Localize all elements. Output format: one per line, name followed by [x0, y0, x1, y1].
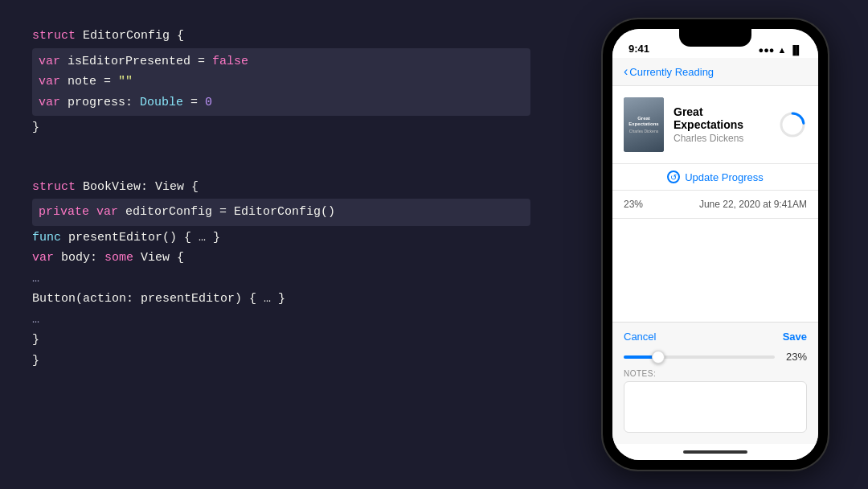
- back-label: Currently Reading: [629, 66, 714, 78]
- cancel-button[interactable]: Cancel: [624, 331, 656, 343]
- phone-panel: 9:41 ●●● ▲ ▐▌ ‹ Currently Reading Grea: [563, 0, 868, 489]
- code-line: Button(action: presentEditor) { … }: [32, 289, 530, 310]
- book-title: Great Expectations: [674, 105, 768, 131]
- code-line: private var editorConfig = EditorConfig(…: [39, 202, 524, 223]
- code-block-2: struct BookView: View { private var edit…: [32, 177, 530, 372]
- phone-device: 9:41 ●●● ▲ ▐▌ ‹ Currently Reading Grea: [603, 19, 828, 470]
- code-line: var isEditorPresented = false: [39, 51, 524, 72]
- edit-sheet: Cancel Save 23% NOTES:: [612, 322, 818, 444]
- progress-percent: 23%: [624, 199, 643, 210]
- code-line: struct EditorConfig {: [32, 26, 530, 47]
- home-indicator: [612, 444, 818, 460]
- sheet-header: Cancel Save: [624, 331, 807, 343]
- code-highlight-block: var isEditorPresented = false var note =…: [32, 48, 530, 117]
- code-line: }: [32, 117, 530, 138]
- slider-value: 23%: [781, 351, 807, 363]
- code-block-1: struct EditorConfig { var isEditorPresen…: [32, 26, 530, 138]
- progress-date: June 22, 2020 at 9:41AM: [699, 199, 807, 210]
- code-panel: struct EditorConfig { var isEditorPresen…: [0, 0, 563, 489]
- code-line: …: [32, 269, 530, 290]
- book-info: Great Expectations Charles Dickens: [674, 105, 768, 144]
- home-bar: [683, 450, 747, 454]
- progress-info-row: 23% June 22, 2020 at 9:41AM: [612, 191, 818, 219]
- code-line: …: [32, 310, 530, 331]
- back-chevron-icon: ‹: [624, 64, 628, 79]
- code-line: }: [32, 351, 530, 372]
- notes-label: NOTES:: [624, 369, 807, 378]
- spacer: [612, 219, 818, 322]
- status-icons: ●●● ▲ ▐▌: [759, 45, 802, 55]
- code-line: func presentEditor() { … }: [32, 228, 530, 249]
- code-line: struct BookView: View {: [32, 177, 530, 198]
- slider-thumb: [652, 351, 665, 364]
- progress-spinner: [778, 110, 807, 139]
- nav-header: ‹ Currently Reading: [612, 58, 818, 86]
- code-line: var body: some View {: [32, 248, 530, 269]
- code-line: }: [32, 330, 530, 351]
- book-cover: GreatExpectations Charles Dickens: [624, 97, 664, 152]
- update-progress-button[interactable]: ↺ Update Progress: [612, 164, 818, 191]
- phone-screen: 9:41 ●●● ▲ ▐▌ ‹ Currently Reading Grea: [612, 29, 818, 460]
- battery-icon: ▐▌: [789, 45, 802, 55]
- update-progress-label: Update Progress: [685, 171, 764, 183]
- status-time: 9:41: [628, 43, 649, 55]
- slider-row: 23%: [624, 351, 807, 363]
- book-section: GreatExpectations Charles Dickens Great …: [612, 86, 818, 164]
- update-icon: ↺: [667, 171, 680, 183]
- wifi-icon: ▲: [778, 45, 787, 55]
- code-line: var progress: Double = 0: [39, 92, 524, 113]
- signal-icon: ●●●: [759, 45, 775, 55]
- save-button[interactable]: Save: [783, 331, 807, 343]
- book-cover-title: GreatExpectations Charles Dickens: [628, 116, 658, 134]
- phone-notch: [679, 29, 751, 47]
- code-line: var note = "": [39, 72, 524, 92]
- back-button[interactable]: ‹ Currently Reading: [624, 64, 807, 79]
- notes-textarea[interactable]: [624, 381, 807, 433]
- progress-slider[interactable]: [624, 355, 775, 359]
- code-highlight-line: private var editorConfig = EditorConfig(…: [32, 199, 530, 226]
- book-author: Charles Dickens: [674, 133, 768, 144]
